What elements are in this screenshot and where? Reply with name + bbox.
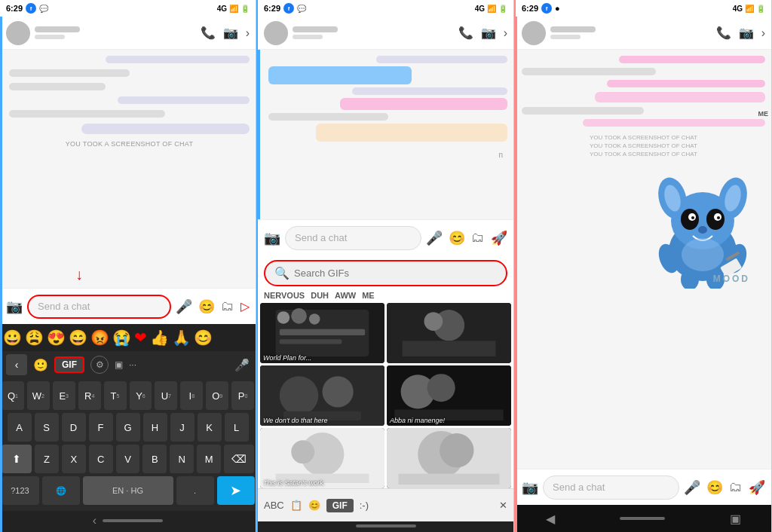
emoji-3[interactable]: 😄: [69, 329, 87, 347]
emoji-icon-2[interactable]: 😊: [449, 230, 465, 246]
key-H[interactable]: H: [143, 413, 167, 442]
key-D[interactable]: D: [62, 413, 86, 442]
emoji-8[interactable]: 🙏: [172, 329, 191, 347]
camera-btn-3[interactable]: 📷: [522, 479, 538, 496]
key-F[interactable]: F: [89, 413, 113, 442]
sticker-icon-2[interactable]: 🗂: [471, 230, 485, 246]
emoji-0[interactable]: 😀: [3, 329, 22, 347]
send-chat-input-2[interactable]: Send a chat: [285, 226, 421, 250]
nav-recent-3[interactable]: ▣: [730, 512, 741, 526]
kb2-emoji[interactable]: 😊: [308, 500, 320, 511]
emoji-icon-1[interactable]: 😊: [198, 298, 215, 315]
key-W[interactable]: W2: [27, 381, 50, 410]
send-icon-1[interactable]: ▷: [240, 299, 250, 313]
camera-btn-2[interactable]: 📷: [264, 230, 280, 246]
header-icons-1[interactable]: 📞 📷 ›: [201, 26, 250, 40]
rocket-icon-2[interactable]: 🚀: [491, 230, 507, 246]
kb2-abc[interactable]: ABC: [264, 500, 284, 511]
key-K[interactable]: K: [198, 413, 222, 442]
kb2-sticker[interactable]: 📋: [290, 500, 302, 511]
rocket-icon-3[interactable]: 🚀: [749, 479, 765, 496]
more-icon-1[interactable]: ›: [246, 26, 250, 40]
emoji-4[interactable]: 😡: [90, 329, 109, 347]
kb2-close[interactable]: ✕: [499, 500, 507, 511]
nav-back-3[interactable]: ◀: [546, 512, 555, 526]
gif-item-1[interactable]: [387, 303, 511, 363]
video-icon-2[interactable]: 📷: [481, 26, 496, 40]
kb-dots[interactable]: ···: [129, 359, 136, 370]
video-icon-3[interactable]: 📷: [739, 26, 754, 40]
kb-extra-1[interactable]: ▣: [115, 359, 123, 370]
phone-icon-2[interactable]: 📞: [458, 26, 473, 40]
emoji-icon-3[interactable]: 😊: [706, 479, 723, 496]
key-S[interactable]: S: [35, 413, 59, 442]
gif-button-1[interactable]: GIF: [54, 356, 84, 373]
key-J[interactable]: J: [170, 413, 195, 442]
cat-aww[interactable]: AWW: [335, 291, 356, 300]
kb-emoji-icon[interactable]: 🙂: [33, 358, 48, 372]
key-enter[interactable]: ➤: [217, 476, 255, 505]
settings-btn-1[interactable]: ⚙: [90, 356, 109, 374]
phone-icon-1[interactable]: 📞: [201, 26, 216, 40]
key-P[interactable]: P0: [231, 381, 254, 410]
emoji-7[interactable]: 👍: [150, 329, 169, 347]
key-U[interactable]: U7: [155, 381, 177, 410]
emoji-2[interactable]: 😍: [47, 329, 66, 347]
mic-icon-1[interactable]: 🎤: [176, 298, 192, 315]
camera-btn-1[interactable]: 📷: [6, 298, 23, 315]
smiley-tag[interactable]: :-): [360, 500, 369, 511]
key-E[interactable]: E3: [53, 381, 75, 410]
key-X[interactable]: X: [62, 445, 86, 473]
key-Z[interactable]: Z: [35, 445, 59, 473]
key-V[interactable]: V: [116, 445, 140, 473]
emoji-1[interactable]: 😩: [25, 329, 44, 347]
gif-item-3[interactable]: Abba ni manenge!: [387, 365, 511, 426]
key-A[interactable]: A: [8, 413, 32, 442]
gif-item-0[interactable]: World Plan for...: [260, 303, 384, 363]
sticker-icon-1[interactable]: 🗂: [221, 298, 234, 314]
mic-icon-2[interactable]: 🎤: [426, 230, 443, 246]
key-R[interactable]: R4: [78, 381, 101, 410]
header-icons-2[interactable]: 📞 📷 ›: [458, 26, 507, 40]
more-icon-3[interactable]: ›: [761, 26, 765, 40]
gif-item-5[interactable]: [387, 428, 511, 488]
cat-me[interactable]: ME: [362, 291, 375, 300]
key-L[interactable]: L: [225, 413, 249, 442]
kb-mic[interactable]: 🎤: [234, 358, 250, 372]
emoji-9[interactable]: 😊: [194, 329, 213, 347]
key-O[interactable]: O9: [206, 381, 228, 410]
cat-nervous[interactable]: NERVOUS: [264, 291, 305, 300]
key-backspace[interactable]: ⌫: [224, 445, 254, 473]
sticker-icon-3[interactable]: 🗂: [729, 479, 743, 495]
cat-duh[interactable]: DUH: [311, 291, 329, 300]
gif-search-bar[interactable]: 🔍: [264, 260, 507, 286]
kb-back-btn[interactable]: ‹: [6, 354, 27, 375]
emoji-bar-1[interactable]: 😀 😩 😍 😄 😡 😭 ❤ 👍 🙏 😊: [0, 324, 256, 351]
send-chat-input-1[interactable]: Send a chat: [27, 295, 171, 319]
key-space[interactable]: EN · HG: [83, 476, 173, 505]
mic-icon-3[interactable]: 🎤: [684, 479, 700, 496]
key-G[interactable]: G: [116, 413, 140, 442]
gif-search-input[interactable]: [294, 268, 497, 279]
heart-icon[interactable]: ❤: [134, 329, 147, 347]
key-Q[interactable]: Q1: [2, 381, 24, 410]
send-chat-input-3[interactable]: Send a chat: [543, 475, 679, 500]
gif-item-4[interactable]: This is Satan's work.: [260, 428, 384, 488]
gif-categories[interactable]: NERVOUS DUH AWW ME: [258, 291, 513, 303]
header-icons-3[interactable]: 📞 📷 ›: [716, 26, 765, 40]
key-period[interactable]: .: [176, 476, 214, 505]
key-C[interactable]: C: [89, 445, 113, 473]
video-icon-1[interactable]: 📷: [223, 26, 238, 40]
gif-item-2[interactable]: We don't do that here: [260, 365, 384, 426]
nav-home-handle-3[interactable]: [620, 517, 665, 520]
key-shift[interactable]: ⬆: [2, 445, 32, 473]
key-T[interactable]: T5: [104, 381, 127, 410]
emoji-5[interactable]: 😭: [112, 329, 131, 347]
key-B[interactable]: B: [142, 445, 167, 473]
key-N[interactable]: N: [170, 445, 194, 473]
gif-tag[interactable]: GIF: [326, 499, 354, 512]
key-I[interactable]: I8: [180, 381, 203, 410]
key-Y[interactable]: Y6: [130, 381, 152, 410]
key-M[interactable]: M: [197, 445, 221, 473]
phone-icon-3[interactable]: 📞: [716, 26, 731, 40]
